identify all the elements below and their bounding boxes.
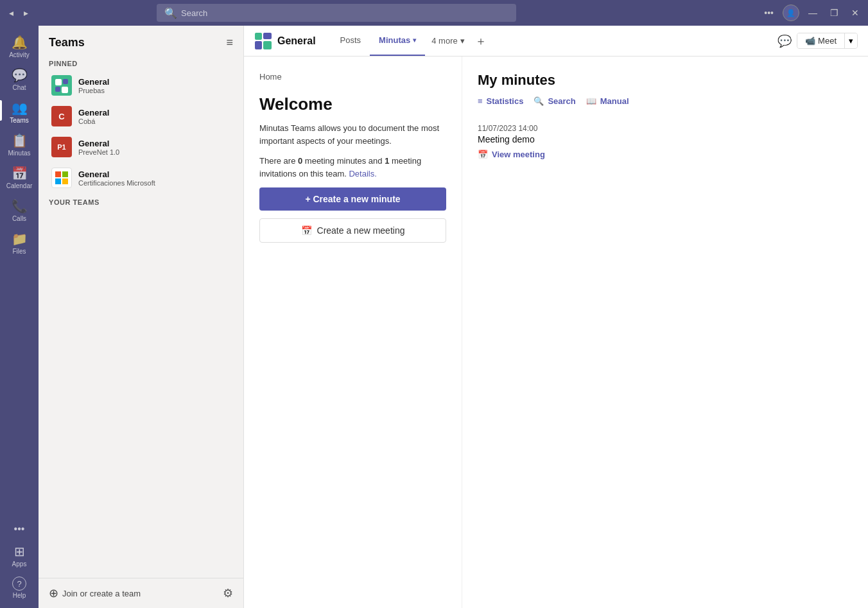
team-sub-coba: Cobá	[78, 117, 109, 125]
sidebar-item-calls[interactable]: 📞 Calls	[0, 195, 39, 226]
manual-icon: 📖	[586, 96, 596, 106]
sidebar-item-more[interactable]: •••	[0, 519, 39, 539]
tab-minutas-label: Minutas	[379, 35, 410, 45]
team-item-prevenet[interactable]: P1 General PreveNet 1.0	[41, 132, 241, 162]
meeting-date: 11/07/2023 14:00	[478, 124, 853, 133]
team-avatar-prevenet: P1	[51, 137, 72, 157]
chat-icon: 💬	[12, 67, 28, 83]
search-bar[interactable]: 🔍	[157, 4, 516, 22]
minimize-button[interactable]: —	[804, 6, 821, 19]
maximize-button[interactable]: ❐	[826, 6, 842, 19]
minutas-label: Minutas	[8, 150, 30, 157]
video-icon: 📹	[805, 36, 815, 46]
help-label: Help	[13, 592, 26, 599]
titlebar-nav: ◂ ▸	[5, 5, 32, 21]
sidebar-item-calendar[interactable]: 📅 Calendar	[0, 162, 39, 193]
channel-name: General	[277, 35, 316, 47]
search-icon: 🔍	[164, 7, 177, 19]
team-avatar-pruebas	[51, 75, 72, 96]
join-icon: ⊕	[49, 586, 58, 600]
meet-button[interactable]: 📹 Meet	[797, 33, 844, 48]
join-label: Join or create a team	[62, 589, 141, 598]
team-avatar-microsoft	[51, 168, 72, 188]
sidebar-item-chat[interactable]: 💬 Chat	[0, 64, 39, 95]
tab-posts[interactable]: Posts	[331, 26, 370, 56]
calls-label: Calls	[12, 215, 26, 222]
svg-rect-7	[62, 178, 68, 184]
svg-rect-11	[263, 41, 272, 49]
statistics-button[interactable]: ≡ Statistics	[478, 96, 523, 106]
your-teams-label: Your teams	[39, 193, 243, 209]
icon-rail: 🔔 Activity 💬 Chat 👥 Teams 📋 Minutas 📅 Ca…	[0, 26, 39, 608]
manual-label: Manual	[600, 96, 629, 106]
meeting-entry: 11/07/2023 14:00 Meeting demo 📅 View mee…	[478, 124, 853, 159]
stats-mid: meeting minutes and	[302, 156, 385, 166]
details-link[interactable]: Details.	[349, 169, 376, 178]
tab-minutas[interactable]: Minutas ▾	[370, 26, 425, 56]
svg-rect-3	[62, 87, 68, 93]
more-icon: •••	[14, 523, 25, 535]
team-item-microsoft[interactable]: General Certificaciones Microsoft	[41, 162, 241, 193]
chat-label: Chat	[12, 84, 26, 91]
calendar-btn-icon: 📅	[301, 225, 312, 236]
sidebar-item-files[interactable]: 📁 Files	[0, 227, 39, 259]
sidebar-item-apps[interactable]: ⊞ Apps	[0, 540, 39, 571]
rail-bottom: ••• ⊞ Apps ? Help	[0, 519, 39, 603]
sidebar-header: Teams ≡	[39, 26, 243, 55]
team-info-prevenet: General PreveNet 1.0	[78, 139, 119, 156]
team-name-prevenet: General	[78, 139, 119, 148]
svg-rect-4	[55, 171, 61, 177]
pinned-label: Pinned	[39, 55, 243, 70]
sidebar-item-teams[interactable]: 👥 Teams	[0, 96, 39, 128]
team-avatar-coba: C	[51, 106, 72, 126]
chat-header-button[interactable]: 💬	[777, 34, 792, 48]
forward-button[interactable]: ▸	[20, 5, 32, 21]
team-info-coba: General Cobá	[78, 108, 109, 125]
teams-title: Teams	[49, 36, 85, 49]
svg-rect-2	[55, 87, 60, 92]
team-info-microsoft: General Certificaciones Microsoft	[78, 169, 155, 187]
calendar-icon: 📅	[12, 166, 28, 181]
settings-button[interactable]: ⚙	[223, 586, 233, 600]
sidebar-item-minutas[interactable]: 📋 Minutas	[0, 129, 39, 161]
titlebar-right: ••• 👤 — ❐ ✕	[760, 4, 863, 21]
welcome-title: Welcome	[259, 94, 446, 114]
svg-rect-0	[55, 79, 62, 85]
svg-rect-8	[255, 33, 262, 40]
view-meeting-button[interactable]: 📅 View meeting	[478, 150, 853, 159]
search-input[interactable]	[181, 8, 508, 18]
sidebar-item-activity[interactable]: 🔔 Activity	[0, 31, 39, 62]
add-tab-button[interactable]: ＋	[471, 26, 490, 56]
teams-label: Teams	[10, 117, 28, 124]
content-area: Home Welcome Minutas Teams allows you to…	[244, 56, 868, 608]
more-options-button[interactable]: •••	[760, 6, 777, 19]
search-minutes-icon: 🔍	[534, 96, 544, 106]
channel-logo	[254, 32, 272, 50]
manual-button[interactable]: 📖 Manual	[586, 96, 629, 106]
create-minute-button[interactable]: + Create a new minute	[259, 187, 446, 211]
close-button[interactable]: ✕	[847, 6, 863, 19]
create-meeting-button[interactable]: 📅 Create a new meeting	[259, 218, 446, 243]
search-minutes-button[interactable]: 🔍 Search	[534, 96, 575, 106]
back-button[interactable]: ◂	[5, 5, 17, 21]
sidebar-item-help[interactable]: ? Help	[0, 573, 39, 603]
my-minutes-panel: My minutes ≡ Statistics 🔍 Search 📖 Manua…	[462, 56, 868, 608]
filter-button[interactable]: ≡	[226, 36, 233, 49]
team-name-coba: General	[78, 108, 109, 117]
activity-icon: 🔔	[12, 35, 28, 50]
welcome-description: Minutas Teams allows you to document the…	[259, 122, 446, 147]
search-minutes-label: Search	[548, 96, 575, 106]
welcome-stats: There are 0 meeting minutes and 1 meetin…	[259, 155, 446, 180]
svg-rect-9	[263, 33, 272, 39]
meet-dropdown-button[interactable]: ▾	[844, 33, 857, 48]
channel-more[interactable]: 4 more ▾	[425, 26, 471, 56]
view-meeting-icon: 📅	[478, 150, 488, 159]
minutes-actions: ≡ Statistics 🔍 Search 📖 Manual	[478, 96, 853, 106]
team-item-pruebas[interactable]: General Pruebas	[41, 70, 241, 101]
team-item-coba[interactable]: C General Cobá	[41, 101, 241, 132]
avatar[interactable]: 👤	[783, 4, 799, 21]
calls-icon: 📞	[12, 198, 28, 214]
join-team-button[interactable]: ⊕ Join or create a team	[49, 586, 218, 600]
main-content: General Posts Minutas ▾ 4 more ▾ ＋ 💬	[244, 26, 868, 608]
view-meeting-label: View meeting	[492, 150, 545, 159]
